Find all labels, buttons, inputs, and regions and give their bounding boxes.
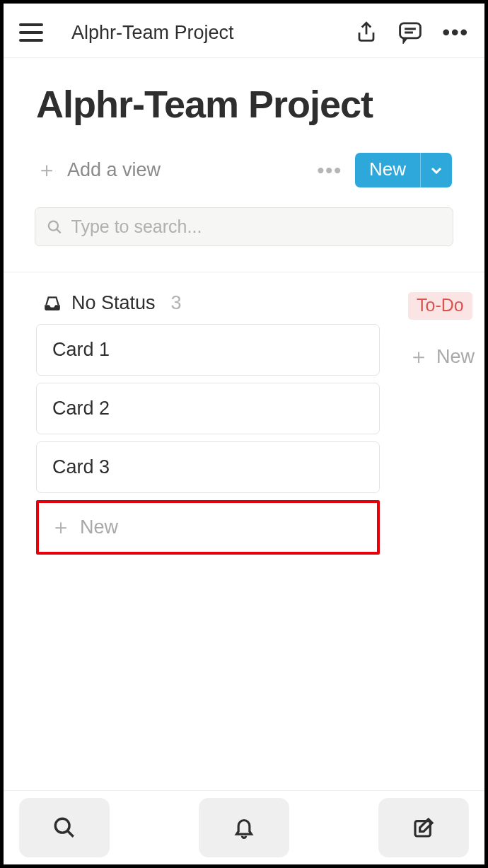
board-column-todo: To-Do ＋ New — [408, 292, 484, 555]
plus-icon: ＋ — [36, 156, 57, 185]
add-view-label: Add a view — [67, 159, 161, 181]
search-input[interactable] — [71, 216, 441, 237]
svg-point-2 — [55, 818, 69, 833]
board-card[interactable]: Card 1 — [36, 324, 380, 376]
share-icon[interactable] — [354, 21, 378, 45]
plus-icon: ＋ — [50, 513, 71, 542]
compose-icon — [412, 816, 435, 839]
bottom-notifications-button[interactable] — [199, 798, 289, 857]
new-button[interactable]: New — [355, 153, 420, 187]
column-new-label: New — [436, 346, 475, 368]
page-title: Alphr-Team Project — [4, 58, 484, 126]
search-box[interactable] — [35, 207, 453, 246]
breadcrumb[interactable]: Alphr-Team Project — [71, 22, 342, 44]
add-view-button[interactable]: ＋ Add a view — [36, 156, 161, 185]
menu-button[interactable] — [19, 23, 43, 42]
column-new-label: New — [80, 516, 118, 538]
column-count: 3 — [171, 292, 182, 314]
search-icon — [52, 816, 76, 840]
column-new-button[interactable]: ＋ New — [408, 342, 484, 371]
board-column-no-status: No Status 3 Card 1 Card 2 Card 3 ＋ New — [36, 292, 380, 555]
plus-icon: ＋ — [408, 342, 429, 371]
new-dropdown-button[interactable] — [420, 153, 452, 187]
column-tag[interactable]: To-Do — [408, 292, 472, 320]
bottom-compose-button[interactable] — [378, 798, 469, 857]
comments-icon[interactable] — [398, 21, 422, 45]
column-new-button[interactable]: ＋ New — [36, 500, 380, 555]
bell-icon — [233, 816, 255, 840]
search-icon — [47, 219, 63, 236]
board-card[interactable]: Card 2 — [36, 383, 380, 434]
bottom-search-button[interactable] — [19, 798, 110, 857]
column-title: No Status — [71, 292, 156, 314]
inbox-icon — [43, 296, 62, 311]
svg-rect-0 — [400, 23, 421, 38]
view-options-icon[interactable]: ••• — [318, 159, 342, 182]
svg-point-1 — [49, 221, 58, 230]
more-icon[interactable]: ••• — [442, 21, 469, 45]
board-card[interactable]: Card 3 — [36, 441, 380, 493]
